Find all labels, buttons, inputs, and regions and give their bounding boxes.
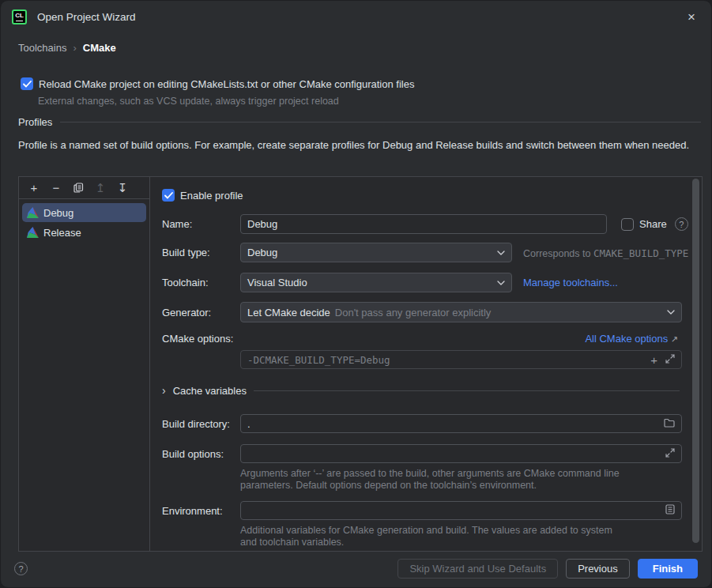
external-link-icon: ↗	[671, 334, 678, 344]
add-option-icon[interactable]: +	[650, 353, 657, 367]
build-directory-label: Build directory:	[162, 418, 230, 430]
enable-profile-checkbox[interactable]	[162, 189, 175, 202]
profile-item-label: Debug	[43, 207, 73, 219]
skip-wizard-button: Skip Wizard and Use Defaults	[397, 559, 558, 579]
chevron-down-icon	[497, 281, 505, 285]
profile-list: Debug Release	[19, 199, 149, 247]
env-variables-icon[interactable]	[665, 504, 675, 517]
share-label: Share	[639, 218, 667, 230]
profiles-panel: + − ↥ ↧ Debug Release	[18, 176, 703, 552]
breadcrumb-cmake: CMake	[83, 42, 116, 54]
section-divider	[60, 122, 701, 122]
move-down-button[interactable]: ↧	[114, 180, 131, 196]
cache-variables-section[interactable]: › Cache variables	[162, 384, 680, 397]
move-up-button[interactable]: ↥	[92, 180, 109, 196]
breadcrumb-separator-icon: ›	[73, 42, 76, 54]
cmake-build-type-code: CMAKE_BUILD_TYPE	[593, 247, 688, 259]
generator-select[interactable]: Let CMake decide Don't pass any generato…	[240, 302, 682, 322]
add-profile-button[interactable]: +	[25, 180, 43, 196]
remove-profile-button[interactable]: −	[47, 180, 65, 196]
all-cmake-options-link[interactable]: All CMake options ↗	[585, 333, 678, 345]
profile-list-item-debug[interactable]: Debug	[22, 203, 146, 222]
build-type-select[interactable]: Debug	[240, 243, 512, 262]
build-type-label: Build type:	[162, 247, 210, 258]
cmake-icon	[27, 227, 39, 238]
build-directory-input[interactable]: .	[240, 414, 682, 433]
environment-label: Environment:	[162, 505, 223, 517]
toolchain-select[interactable]: Visual Studio	[240, 273, 512, 292]
name-label: Name:	[162, 218, 192, 230]
profiles-section-header: Profiles	[18, 116, 701, 128]
build-options-hint: Arguments after ‘--’ are passed to the b…	[240, 468, 655, 492]
previous-button[interactable]: Previous	[566, 559, 630, 579]
build-type-value: Debug	[247, 247, 277, 258]
close-icon[interactable]: ×	[683, 9, 700, 26]
profile-detail-pane: Enable profile Name: Share ? Build type:…	[150, 177, 702, 551]
cache-variables-label[interactable]: Cache variables	[173, 385, 247, 397]
copy-profile-button[interactable]	[70, 180, 87, 196]
enable-profile-row[interactable]: Enable profile	[162, 189, 243, 202]
toolchain-label: Toolchain:	[162, 277, 209, 288]
breadcrumb-toolchains[interactable]: Toolchains	[18, 42, 66, 54]
profiles-description: Profile is a named set of build options.…	[18, 138, 695, 153]
environment-input[interactable]	[240, 501, 682, 520]
cmake-options-label: CMake options:	[162, 333, 233, 345]
help-icon[interactable]: ?	[14, 562, 28, 575]
cmake-options-input[interactable]: -DCMAKE_BUILD_TYPE=Debug +	[240, 350, 682, 369]
build-options-label: Build options:	[162, 448, 224, 460]
chevron-down-icon	[667, 310, 675, 315]
cmake-icon	[27, 207, 39, 218]
toolchain-value: Visual Studio	[247, 277, 307, 288]
chevron-down-icon	[497, 251, 505, 255]
finish-button[interactable]: Finish	[638, 559, 698, 579]
scrollbar-thumb[interactable]	[692, 179, 699, 543]
share-row[interactable]: Share ?	[621, 217, 688, 231]
profile-list-toolbar: + − ↥ ↧	[19, 177, 149, 199]
profiles-section-title: Profiles	[18, 116, 52, 128]
expand-field-icon[interactable]	[665, 354, 675, 366]
manage-toolchains-link[interactable]: Manage toolchains...	[523, 277, 618, 288]
name-input[interactable]	[240, 214, 607, 234]
window-title: Open Project Wizard	[37, 11, 136, 23]
environment-hint: Additional variables for CMake generatio…	[240, 525, 620, 548]
reload-hint: External changes, such as VCS update, al…	[38, 96, 339, 107]
clion-logo-icon: CL	[12, 9, 27, 24]
profile-list-item-release[interactable]: Release	[22, 223, 146, 242]
profile-item-label: Release	[43, 227, 81, 239]
footer: ? Skip Wizard and Use Defaults Previous …	[1, 550, 711, 587]
share-checkbox[interactable]	[621, 218, 634, 231]
build-options-input[interactable]	[240, 444, 682, 463]
generator-value: Let CMake decide	[247, 307, 330, 318]
open-project-wizard-dialog: CL Open Project Wizard × Toolchains › CM…	[0, 0, 712, 588]
reload-checkbox-label: Reload CMake project on editing CMakeLis…	[39, 78, 414, 90]
section-divider	[254, 390, 680, 391]
reload-project-checkbox-row[interactable]: Reload CMake project on editing CMakeLis…	[21, 77, 414, 90]
titlebar: CL Open Project Wizard ×	[1, 1, 711, 33]
enable-profile-label: Enable profile	[180, 190, 243, 202]
generator-label: Generator:	[162, 307, 211, 318]
build-type-hint: Corresponds to CMAKE_BUILD_TYPE	[523, 247, 688, 260]
reload-checkbox[interactable]	[21, 77, 33, 90]
expand-field-icon[interactable]	[665, 448, 675, 460]
chevron-right-icon[interactable]: ›	[162, 384, 166, 397]
breadcrumb: Toolchains › CMake	[18, 42, 116, 54]
profile-list-pane: + − ↥ ↧ Debug Release	[19, 177, 150, 551]
share-help-icon[interactable]: ?	[675, 217, 688, 231]
folder-icon[interactable]	[664, 418, 675, 430]
generator-hint: Don't pass any generator explicitly	[335, 307, 492, 318]
